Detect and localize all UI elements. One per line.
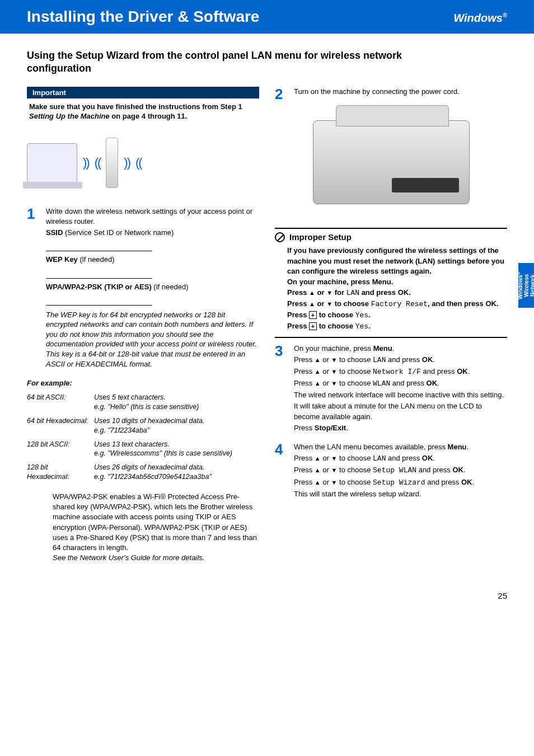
t: On your machine, press [294,344,373,353]
t: . [468,367,470,375]
mono: Factory Reset [371,300,428,308]
improper-body: If you have previously configured the wi… [275,246,507,332]
sidetab-l3: Network [530,274,534,296]
down-icon: ▼ [326,289,332,296]
ex-k: 128 bit Hexadecimal: [27,461,94,484]
t: and press [421,367,457,375]
table-row: 128 bit Hexadecimal:Uses 26 digits of he… [27,461,259,484]
t: Press [287,322,309,330]
plus-icon: + [309,322,317,330]
mono: Setup Wizard [373,478,425,487]
ex-k: 64 bit Hexadecimal: [27,414,94,438]
mono: Network I/F [373,368,421,376]
important-emph: Setting Up the Machine [29,112,110,120]
ssid-blank [46,243,152,251]
table-row: 128 bit ASCII:Uses 13 text characters. e… [27,438,259,461]
wpa-desc: (if needed) [152,283,189,291]
t: Press [294,424,315,432]
important-t2: on page 4 through 11. [110,112,188,120]
mono: WLAN [373,379,390,388]
t: to choose [332,299,371,308]
printer-icon [313,120,470,204]
t: and press [425,478,461,486]
up-icon: ▲ [315,467,321,473]
up-icon: ▲ [315,356,321,363]
t: and press [390,379,426,387]
step-2: 2 Turn on the machine by connecting the … [275,87,507,101]
up-icon: ▲ [315,455,321,462]
sidetab-reg: ® [516,271,521,275]
down-icon: ▼ [331,479,338,486]
t: . [368,311,371,319]
t: . [433,454,435,462]
wpa-label: WPA/WPA2-PSK (TKIP or AES) [46,283,152,291]
t: and press [386,355,421,364]
t: or [321,478,331,486]
side-tab: Windows® Wireless Network [518,263,534,308]
t: and press OK. [359,288,411,297]
t: to choose [337,355,373,364]
example-heading: For example: [27,379,259,387]
important-t1: Make sure that you have finished the ins… [29,102,242,111]
t: . [392,344,395,353]
sidetab-l2: Wireless [523,274,530,297]
improper-heading: Improper Setup [275,232,507,242]
t: to choose [337,367,373,375]
mono: Setup WLAN [373,466,416,475]
plus-icon: + [309,311,317,319]
mono: Yes [355,322,368,331]
step-4: 4 When the LAN menu becomes available, p… [275,442,507,500]
up-icon: ▲ [315,479,321,486]
doc-title: Installing the Driver & Software [27,8,259,26]
t: . [437,379,439,387]
mono: LAN [373,356,386,364]
wpa-see: See the Network User's Guide for more de… [53,553,204,562]
t: OK [457,367,468,375]
step-number: 3 [275,344,294,435]
waves-icon: (( [135,156,142,170]
laptop-icon [27,143,77,182]
waves-icon: )) [83,156,89,170]
t: for [332,288,346,297]
t: OK [422,454,433,462]
wireless-diagram: )) (( )) (( [27,129,259,196]
example-table: 64 bit ASCII:Uses 5 text characters. e.g… [27,391,259,484]
ssid-desc: (Service Set ID or Network name) [63,228,174,237]
left-column: Important Make sure that you have finish… [27,87,259,564]
t: Press [294,466,315,474]
up-icon: ▲ [309,300,315,307]
t: . [433,355,435,364]
t: . [368,322,371,330]
t: and press [416,466,452,474]
wpa-text: WPA/WPA2-PSK enables a Wi-Fi® Protected … [53,492,257,552]
ex-v: Uses 26 digits of hexadecimal data. e.g.… [94,461,259,484]
t: or [321,355,331,364]
step-number: 4 [275,442,294,500]
t: It will take about a minute for the LAN … [294,401,507,421]
step1-intro: Write down the wireless network settings… [46,206,259,227]
t: , and then press OK. [428,299,498,308]
section-heading: Using the Setup Wizard from the control … [27,49,463,76]
t: Menu [448,443,467,451]
mono: LAN [346,289,359,297]
t: . [463,466,466,474]
step-number: 2 [275,87,294,101]
wpa-paragraph: WPA/WPA2-PSK enables a Wi-Fi® Protected … [53,492,259,563]
os-label: Windows® [453,12,507,25]
header-bar: Installing the Driver & Software Windows… [0,0,534,34]
t: Press [287,311,309,319]
t: OK [452,466,463,474]
mono: Yes [355,311,368,320]
improper-p1: If you have previously configured the wi… [287,246,507,278]
prohibit-icon [275,232,285,242]
up-icon: ▲ [315,368,321,375]
os-text: Windows [453,12,503,24]
rule [275,228,507,229]
t: . [467,443,469,451]
down-icon: ▼ [331,368,338,375]
t: OK [422,355,433,364]
t: or [315,299,326,308]
ex-k: 64 bit ASCII: [27,391,94,414]
t: to choose [337,379,373,387]
t: Press [294,454,315,462]
